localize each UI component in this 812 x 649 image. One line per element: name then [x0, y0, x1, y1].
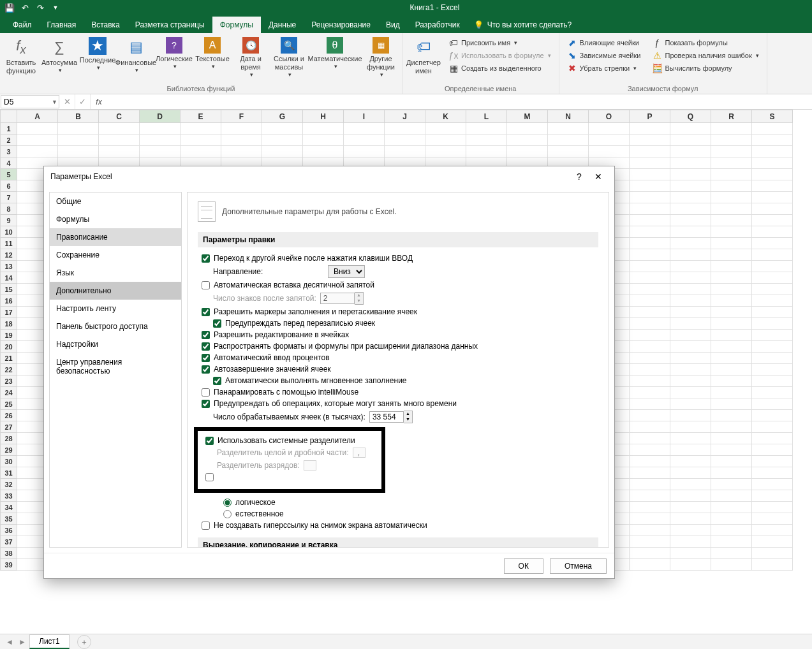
- cell[interactable]: [466, 123, 507, 135]
- datetime-button[interactable]: 🕓 Дата и время▾: [232, 36, 269, 80]
- cell[interactable]: [711, 135, 752, 146]
- cell[interactable]: [670, 513, 711, 525]
- tab-nav-next-icon[interactable]: ►: [17, 638, 28, 646]
- tab-главная[interactable]: Главная: [40, 17, 84, 33]
- row-header[interactable]: 12: [1, 249, 17, 261]
- cell[interactable]: [181, 135, 221, 146]
- formula-input[interactable]: [107, 94, 812, 109]
- cell[interactable]: [58, 123, 99, 135]
- cell[interactable]: [670, 353, 711, 364]
- cell[interactable]: [630, 192, 670, 203]
- radio-logical[interactable]: [223, 499, 232, 507]
- cell[interactable]: [17, 135, 58, 146]
- cell[interactable]: [711, 376, 752, 387]
- cancel-button[interactable]: Отмена: [550, 558, 607, 574]
- chk-intellimouse[interactable]: [202, 388, 210, 397]
- cell[interactable]: [752, 307, 793, 318]
- category-item[interactable]: Сохранение: [50, 246, 181, 264]
- cell[interactable]: [670, 364, 711, 376]
- cell[interactable]: [630, 490, 670, 502]
- undo-icon[interactable]: ↶: [19, 2, 31, 13]
- logical-button[interactable]: ? Логические▾: [156, 36, 193, 71]
- row-header[interactable]: 31: [1, 467, 17, 479]
- cell[interactable]: [670, 410, 711, 421]
- chk-enter-move[interactable]: [202, 254, 210, 263]
- cell[interactable]: [670, 249, 711, 261]
- cell[interactable]: [752, 513, 793, 525]
- cell[interactable]: [670, 318, 711, 330]
- row-header[interactable]: 16: [1, 295, 17, 307]
- cell[interactable]: [17, 123, 58, 135]
- cell[interactable]: [630, 433, 670, 444]
- row-header[interactable]: 18: [1, 318, 17, 330]
- cell[interactable]: [670, 398, 711, 410]
- chk-system-separators[interactable]: [205, 437, 214, 445]
- cell[interactable]: [752, 272, 793, 284]
- column-header[interactable]: Q: [670, 110, 711, 123]
- cell[interactable]: [752, 490, 793, 502]
- category-item[interactable]: Настроить ленту: [50, 300, 181, 317]
- cell[interactable]: [385, 123, 425, 135]
- cell[interactable]: [752, 318, 793, 330]
- cell[interactable]: [670, 376, 711, 387]
- cell[interactable]: [630, 525, 670, 536]
- cell[interactable]: [711, 215, 752, 226]
- cell[interactable]: [711, 387, 752, 398]
- cell[interactable]: [711, 318, 752, 330]
- cell[interactable]: [589, 123, 630, 135]
- row-header[interactable]: 1: [1, 123, 17, 135]
- cell[interactable]: [670, 444, 711, 456]
- cell[interactable]: [507, 135, 548, 146]
- cell[interactable]: [140, 135, 181, 146]
- cell[interactable]: [466, 135, 507, 146]
- cell[interactable]: [548, 135, 589, 146]
- cell[interactable]: [425, 135, 466, 146]
- show-formulas-button[interactable]: ƒПоказать формулы: [651, 37, 760, 48]
- cell[interactable]: [344, 135, 385, 146]
- row-header[interactable]: 35: [1, 513, 17, 525]
- cell[interactable]: [630, 376, 670, 387]
- cancel-edit-icon[interactable]: ✕: [60, 94, 75, 109]
- cell[interactable]: [711, 467, 752, 479]
- cell[interactable]: [630, 421, 670, 433]
- cell[interactable]: [630, 215, 670, 226]
- cell[interactable]: [630, 353, 670, 364]
- tab-формулы[interactable]: Формулы: [212, 17, 261, 33]
- cell[interactable]: [752, 192, 793, 203]
- tab-рецензирование[interactable]: Рецензирование: [304, 17, 378, 33]
- add-sheet-button[interactable]: ＋: [77, 635, 91, 649]
- cell[interactable]: [670, 135, 711, 146]
- column-header[interactable]: I: [344, 110, 385, 123]
- cell[interactable]: [711, 123, 752, 135]
- cell[interactable]: [752, 421, 793, 433]
- row-header[interactable]: 38: [1, 548, 17, 559]
- cell[interactable]: [303, 123, 344, 135]
- cell[interactable]: [752, 180, 793, 192]
- evaluate-formula-button[interactable]: 🧮Вычислить формулу: [651, 62, 760, 74]
- cell[interactable]: [630, 398, 670, 410]
- cell[interactable]: [752, 238, 793, 249]
- cell[interactable]: [670, 272, 711, 284]
- cell[interactable]: [58, 135, 99, 146]
- close-button[interactable]: ✕: [589, 171, 608, 182]
- row-header[interactable]: 19: [1, 330, 17, 341]
- cell[interactable]: [630, 123, 670, 135]
- row-header[interactable]: 27: [1, 421, 17, 433]
- cell[interactable]: [670, 203, 711, 215]
- cell[interactable]: [711, 146, 752, 157]
- row-header[interactable]: 28: [1, 433, 17, 444]
- confirm-edit-icon[interactable]: ✓: [75, 94, 91, 109]
- row-header[interactable]: 21: [1, 353, 17, 364]
- column-header[interactable]: K: [425, 110, 466, 123]
- category-item[interactable]: Язык: [50, 264, 181, 282]
- cell[interactable]: [711, 249, 752, 261]
- cell[interactable]: [670, 456, 711, 467]
- row-header[interactable]: 23: [1, 376, 17, 387]
- column-header[interactable]: P: [630, 110, 670, 123]
- column-header[interactable]: E: [181, 110, 221, 123]
- tab-вставка[interactable]: Вставка: [84, 17, 128, 33]
- chk-fill-handle[interactable]: [202, 308, 210, 316]
- cell[interactable]: [670, 146, 711, 157]
- row-header[interactable]: 39: [1, 559, 17, 571]
- cell[interactable]: [752, 410, 793, 421]
